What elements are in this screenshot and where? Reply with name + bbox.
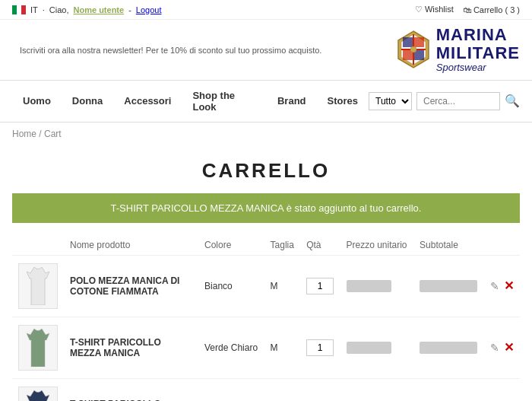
separator: · bbox=[43, 5, 45, 14]
table-row: T-SHIRT PARICOLLO MEZZA MANICAVerde Chia… bbox=[12, 317, 520, 378]
username-link[interactable]: Nome utente bbox=[74, 5, 125, 14]
product-size-cell: M bbox=[264, 255, 301, 317]
breadcrumb: Home / Cart bbox=[0, 123, 532, 145]
logo-area: MARINA MILITARE Sportswear bbox=[395, 26, 520, 74]
logout-link[interactable]: Logout bbox=[136, 5, 162, 14]
product-subtotal-cell: ████████ bbox=[413, 255, 484, 317]
product-name: POLO MEZZA MANICA DI COTONE FIAMMATA bbox=[70, 275, 192, 297]
nav-donna[interactable]: Donna bbox=[62, 86, 113, 116]
product-name: T-SHIRT PARICOLLO MEZZA MANICA bbox=[70, 337, 192, 358]
product-thumbnail bbox=[18, 387, 58, 401]
product-actions-cell: ✎ ✕ bbox=[484, 378, 520, 401]
dash: - bbox=[128, 5, 131, 14]
crest-logo bbox=[395, 30, 432, 69]
wishlist-icon: ♡ bbox=[415, 5, 423, 14]
shirt-icon bbox=[27, 390, 49, 401]
product-subtotal-cell: ████████ bbox=[413, 378, 484, 401]
product-subtotal-cell: ████████ bbox=[413, 317, 484, 378]
nav-brand[interactable]: Brand bbox=[267, 86, 317, 116]
nav-shop-the-look[interactable]: Shop the Look bbox=[182, 81, 267, 122]
qty-input[interactable] bbox=[306, 278, 334, 294]
row-subtotal: ████████ bbox=[420, 342, 477, 354]
lang-label: IT bbox=[30, 5, 38, 14]
product-name-cell: POLO MEZZA MANICA DI COTONE FIAMMATA bbox=[64, 255, 198, 317]
greeting: Ciao, bbox=[49, 5, 69, 14]
product-size-cell: M bbox=[264, 317, 301, 378]
top-bar-left: IT · Ciao, Nome utente - Logout bbox=[12, 5, 161, 14]
col-price: Prezzo unitario bbox=[340, 235, 414, 256]
brand-name2: MILITARE bbox=[436, 44, 520, 62]
shirt-icon bbox=[27, 267, 49, 305]
product-thumbnail bbox=[18, 325, 58, 371]
col-size: Taglia bbox=[264, 235, 301, 256]
cart-area: Nome prodotto Colore Taglia Qtà Prezzo u… bbox=[0, 235, 532, 401]
product-qty-cell bbox=[300, 378, 340, 401]
edit-item-icon[interactable]: ✎ bbox=[490, 342, 499, 354]
cart-table: Nome prodotto Colore Taglia Qtà Prezzo u… bbox=[12, 235, 520, 401]
table-row: POLO MEZZA MANICA DI COTONE FIAMMATABian… bbox=[12, 255, 520, 317]
svg-rect-5 bbox=[414, 37, 424, 47]
product-thumb-cell bbox=[12, 317, 64, 378]
flag-it-icon bbox=[12, 5, 26, 14]
product-color-cell: Verde Chiaro bbox=[198, 317, 264, 378]
logo-bar: Iscriviti ora alla nostra newsletter! Pe… bbox=[0, 20, 532, 80]
edit-item-icon[interactable]: ✎ bbox=[490, 280, 499, 292]
breadcrumb-current: Cart bbox=[44, 129, 62, 139]
cart-icon: 🛍 bbox=[463, 5, 471, 14]
newsletter-area: Iscriviti ora alla nostra newsletter! Pe… bbox=[12, 44, 321, 56]
brand-sub: Sportswear bbox=[436, 62, 520, 73]
col-qty: Qtà bbox=[300, 235, 340, 256]
row-subtotal: ████████ bbox=[420, 280, 477, 292]
logo-text: MARINA MILITARE Sportswear bbox=[436, 26, 520, 74]
product-color-cell: Blu Navy bbox=[198, 378, 264, 401]
product-price-cell: ██████ bbox=[340, 378, 414, 401]
brand-name: MARINA bbox=[436, 26, 520, 44]
product-name-cell: T-SHIRT PARICOLLO MEZZA MANICA bbox=[64, 378, 198, 401]
col-thumb bbox=[12, 235, 64, 256]
shirt-icon bbox=[27, 329, 49, 367]
product-thumb-cell bbox=[12, 378, 64, 401]
top-bar-right: ♡ Wishlist 🛍 Carrello ( 3 ) bbox=[415, 5, 520, 14]
product-qty-cell bbox=[300, 317, 340, 378]
delete-item-icon[interactable]: ✕ bbox=[504, 278, 514, 293]
search-button[interactable]: 🔍 bbox=[505, 94, 520, 108]
page-title: CARRELLO bbox=[0, 145, 532, 193]
product-actions-cell: ✎ ✕ bbox=[484, 255, 520, 317]
product-color-cell: Bianco bbox=[198, 255, 264, 317]
nav-accessori[interactable]: Accessori bbox=[113, 86, 182, 116]
svg-rect-4 bbox=[403, 37, 413, 47]
nav-stores[interactable]: Stores bbox=[317, 86, 369, 116]
product-thumbnail bbox=[18, 263, 58, 309]
product-price-cell: ██████ bbox=[340, 317, 414, 378]
col-color: Colore bbox=[198, 235, 264, 256]
unit-price: ██████ bbox=[347, 342, 391, 354]
nav-uomo[interactable]: Uomo bbox=[12, 86, 62, 116]
nav-search: Tutto 🔍 bbox=[369, 92, 520, 110]
col-subtotal: Subtotale bbox=[413, 235, 484, 256]
delete-item-icon[interactable]: ✕ bbox=[504, 340, 514, 355]
cart-link[interactable]: 🛍 Carrello ( 3 ) bbox=[463, 5, 520, 14]
search-input[interactable] bbox=[416, 92, 500, 110]
wishlist-link[interactable]: ♡ Wishlist bbox=[415, 5, 454, 14]
product-thumb-cell bbox=[12, 255, 64, 317]
product-name-cell: T-SHIRT PARICOLLO MEZZA MANICA bbox=[64, 317, 198, 378]
success-message: T-SHIRT PARICOLLO MEZZA MANICA è stato a… bbox=[111, 202, 422, 214]
table-row: T-SHIRT PARICOLLO MEZZA MANICABlu NavyM█… bbox=[12, 378, 520, 401]
qty-input[interactable] bbox=[306, 339, 334, 356]
search-filter-select[interactable]: Tutto bbox=[369, 92, 412, 110]
top-bar: IT · Ciao, Nome utente - Logout ♡ Wishli… bbox=[0, 0, 532, 20]
product-size-cell: M bbox=[264, 378, 301, 401]
success-banner: T-SHIRT PARICOLLO MEZZA MANICA è stato a… bbox=[12, 193, 520, 223]
svg-point-8 bbox=[410, 46, 416, 53]
col-actions bbox=[484, 235, 520, 256]
unit-price: ██████ bbox=[347, 280, 391, 292]
newsletter-text: Iscriviti ora alla nostra newsletter! Pe… bbox=[20, 46, 321, 55]
breadcrumb-home[interactable]: Home bbox=[12, 129, 36, 139]
col-product: Nome prodotto bbox=[64, 235, 198, 256]
main-nav: Uomo Donna Accessori Shop the Look Brand… bbox=[0, 80, 532, 123]
product-qty-cell bbox=[300, 255, 340, 317]
product-actions-cell: ✎ ✕ bbox=[484, 317, 520, 378]
product-price-cell: ██████ bbox=[340, 255, 414, 317]
